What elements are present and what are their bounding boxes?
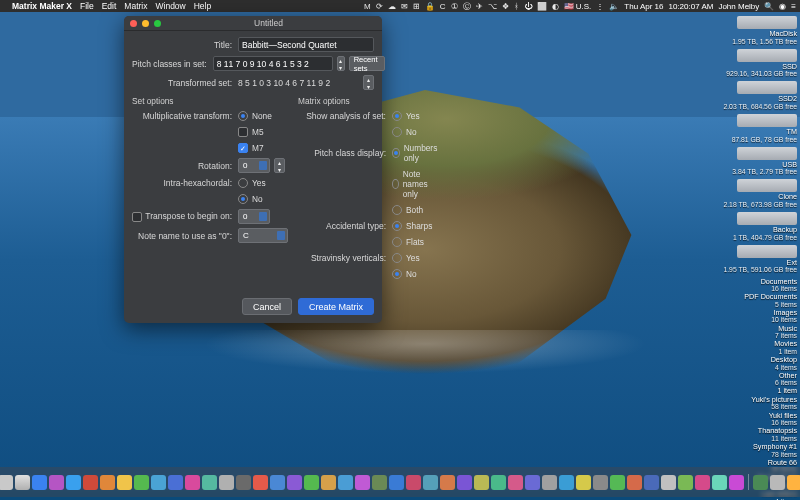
stack-label[interactable]: Movies: [702, 340, 797, 348]
minimize-button[interactable]: [142, 20, 149, 27]
dock-app-icon[interactable]: [236, 475, 251, 490]
status-icon[interactable]: M: [364, 2, 371, 11]
status-icon[interactable]: ⌥: [488, 2, 497, 11]
notename-combo[interactable]: C: [238, 228, 288, 243]
dock-app-icon[interactable]: [321, 475, 336, 490]
intra-no-radio[interactable]: No: [238, 194, 263, 204]
dock-app-icon[interactable]: [406, 475, 421, 490]
transpose-combo[interactable]: 0: [238, 209, 270, 224]
disk-icon[interactable]: [737, 212, 797, 225]
dock-app-icon[interactable]: [712, 475, 727, 490]
dock-app-icon[interactable]: [508, 475, 523, 490]
dock-app-icon[interactable]: [151, 475, 166, 490]
rotation-stepper[interactable]: ▴▾: [274, 158, 285, 173]
dock-app-icon[interactable]: [219, 475, 234, 490]
stack-label[interactable]: Music: [702, 325, 797, 333]
dock-app-icon[interactable]: [753, 475, 768, 490]
dock-app-icon[interactable]: [661, 475, 676, 490]
menubar-time[interactable]: 10:20:07 AM: [668, 2, 713, 11]
dock-app-icon[interactable]: [559, 475, 574, 490]
dock-app-icon[interactable]: [491, 475, 506, 490]
dock-app-icon[interactable]: [202, 475, 217, 490]
disk-icon[interactable]: [737, 245, 797, 258]
status-icon[interactable]: Ⓒ: [463, 1, 471, 12]
dock-app-icon[interactable]: [0, 475, 13, 490]
dock-app-icon[interactable]: [253, 475, 268, 490]
recent-sets-button[interactable]: Recent sets: [349, 56, 386, 71]
stack-label[interactable]: Yuki's pictures: [702, 396, 797, 404]
dock-app-icon[interactable]: [423, 475, 438, 490]
acc-sharps-radio[interactable]: Sharps: [392, 221, 432, 231]
dock-app-icon[interactable]: [66, 475, 81, 490]
dock-app-icon[interactable]: [100, 475, 115, 490]
analysis-yes-radio[interactable]: Yes: [392, 111, 420, 121]
stack-label[interactable]: Desktop: [702, 356, 797, 364]
transpose-check[interactable]: [132, 212, 142, 222]
disk-icon[interactable]: [737, 147, 797, 160]
menu-window[interactable]: Window: [156, 1, 186, 11]
dock-app-icon[interactable]: [32, 475, 47, 490]
dock-app-icon[interactable]: [787, 475, 800, 490]
dock-app-icon[interactable]: [287, 475, 302, 490]
stack-label[interactable]: Documents: [702, 278, 797, 286]
dock-app-icon[interactable]: [610, 475, 625, 490]
menubar-user[interactable]: John Melby: [718, 2, 759, 11]
menu-matrix[interactable]: Matrix: [124, 1, 147, 11]
status-icon[interactable]: 🔒: [425, 2, 435, 11]
status-icon[interactable]: ☁︎: [388, 2, 396, 11]
title-input[interactable]: [238, 37, 374, 52]
menu-edit[interactable]: Edit: [102, 1, 117, 11]
dock-app-icon[interactable]: [185, 475, 200, 490]
disk-icon[interactable]: [737, 49, 797, 62]
rotation-combo[interactable]: 0: [238, 158, 270, 173]
transformed-stepper[interactable]: ▴▾: [363, 75, 374, 90]
dock-app-icon[interactable]: [440, 475, 455, 490]
mult-m5-check[interactable]: M5: [238, 127, 264, 137]
dock-finder-icon[interactable]: [15, 475, 30, 490]
acc-flats-radio[interactable]: Flats: [392, 237, 424, 247]
dock-app-icon[interactable]: [304, 475, 319, 490]
dock-app-icon[interactable]: [83, 475, 98, 490]
input-flag[interactable]: 🇺🇸 U.S.: [564, 2, 592, 11]
stack-label[interactable]: Thanatopsis: [702, 427, 797, 435]
stack-label[interactable]: Symphony #1: [702, 443, 797, 451]
wifi-icon[interactable]: ⋮: [596, 2, 604, 11]
dock-app-icon[interactable]: [644, 475, 659, 490]
dock-app-icon[interactable]: [474, 475, 489, 490]
status-icon[interactable]: ✉︎: [401, 2, 408, 11]
menu-help[interactable]: Help: [194, 1, 211, 11]
dock-app-icon[interactable]: [389, 475, 404, 490]
stack-label[interactable]: PDF Documents: [702, 293, 797, 301]
strav-no-radio[interactable]: No: [392, 269, 417, 279]
dock-app-icon[interactable]: [770, 475, 785, 490]
status-icon[interactable]: ❖: [502, 2, 509, 11]
status-icon[interactable]: ◐: [552, 2, 559, 11]
status-icon[interactable]: ᚼ: [514, 2, 519, 11]
dock-app-icon[interactable]: [168, 475, 183, 490]
dock-app-icon[interactable]: [678, 475, 693, 490]
menu-file[interactable]: File: [80, 1, 94, 11]
dock-app-icon[interactable]: [117, 475, 132, 490]
status-icon[interactable]: ①: [451, 2, 458, 11]
create-matrix-button[interactable]: Create Matrix: [298, 298, 374, 315]
analysis-no-radio[interactable]: No: [392, 127, 417, 137]
volume-icon[interactable]: 🔈: [609, 2, 619, 11]
dock-app-icon[interactable]: [525, 475, 540, 490]
pcd-both-radio[interactable]: Both: [392, 205, 423, 215]
stack-label[interactable]: Other: [702, 372, 797, 380]
dock-app-icon[interactable]: [457, 475, 472, 490]
pcd-notes-radio[interactable]: Note names only: [392, 169, 440, 199]
dock-app-icon[interactable]: [372, 475, 387, 490]
pcs-stepper[interactable]: ▴▾: [337, 56, 345, 71]
status-icon[interactable]: ⬜: [537, 2, 547, 11]
dock-app-icon[interactable]: [695, 475, 710, 490]
menubar-extra-icon[interactable]: ◉: [779, 2, 786, 11]
dock-app-icon[interactable]: [338, 475, 353, 490]
stack-label[interactable]: 1 item: [702, 387, 797, 395]
disk-icon[interactable]: [737, 179, 797, 192]
dock-app-icon[interactable]: [542, 475, 557, 490]
disk-icon[interactable]: [737, 16, 797, 29]
status-icon[interactable]: ⏻: [524, 2, 532, 11]
menubar-extra-icon[interactable]: 🔍: [764, 2, 774, 11]
zoom-button[interactable]: [154, 20, 161, 27]
